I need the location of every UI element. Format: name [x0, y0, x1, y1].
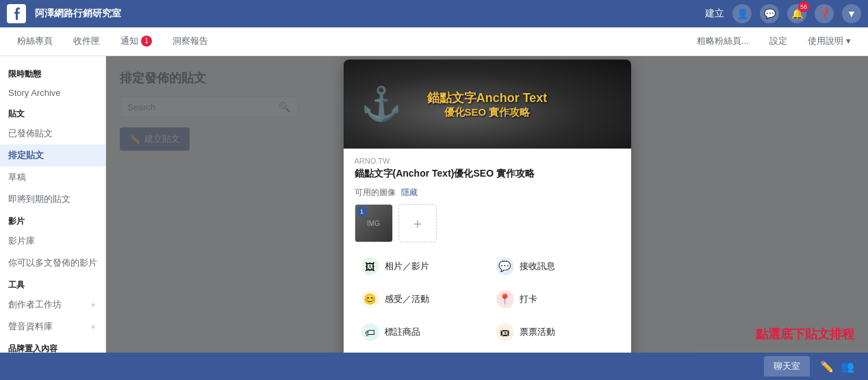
sidebar-item-sound-library[interactable]: 聲音資料庫 ＋ — [0, 316, 105, 338]
sidebar-item-drafts[interactable]: 草稿 — [0, 166, 105, 188]
modal-source: ARNO.TW — [355, 157, 620, 165]
modal-post-title: 錨點文字(Anchor Text)優化SEO 實作攻略 — [355, 168, 620, 180]
sidebar-item-video-library[interactable]: 影片庫 — [0, 230, 105, 252]
help-icon[interactable]: ❓ — [815, 4, 834, 23]
image-badge: 1 — [357, 206, 368, 217]
sidebar-item-published[interactable]: 已發佈貼文 — [0, 123, 105, 144]
hide-images-link[interactable]: 隱藏 — [401, 187, 418, 199]
bottom-icons: ✏️ 👥 — [820, 360, 854, 373]
action-tag-product[interactable]: 🏷 標註商品 — [355, 318, 485, 346]
action-receive-message[interactable]: 💬 接收訊息 — [489, 252, 620, 281]
sidebar-section-tools: 工具 — [0, 274, 105, 294]
tab-inbox[interactable]: 收件匣 — [70, 28, 103, 55]
nav-icons-group: 建立 👤 💬 🔔 56 ❓ ▼ — [705, 4, 861, 23]
compose-icon[interactable]: ✏️ — [820, 360, 834, 373]
images-label-row: 可用的圖像 隱藏 — [355, 187, 620, 199]
tab-insights[interactable]: 洞察報告 — [169, 28, 212, 55]
sidebar-item-multipost[interactable]: 你可以多文發佈的影片 — [0, 252, 105, 274]
tab-settings[interactable]: 設定 — [766, 28, 791, 55]
tab-fanspage[interactable]: 粉絲專頁 — [14, 28, 56, 55]
hero-background: 錨點文字Anchor Text 優化SEO 實作攻略 ⚓ — [344, 60, 631, 149]
page-name: 阿澤網路行銷研究室 — [31, 8, 705, 20]
ticket-icon: 🎟 — [496, 323, 514, 341]
notification-badge: 56 — [798, 1, 809, 12]
modal-body: ARNO.TW 錨點文字(Anchor Text)優化SEO 實作攻略 可用的圖… — [344, 149, 631, 380]
content-area: 排定發佈的貼文 🔍 ✏️ 建立貼文 錨點文字Anchor Text — [106, 56, 868, 380]
facebook-logo — [7, 4, 26, 23]
establish-label[interactable]: 建立 — [705, 8, 724, 20]
sidebar-section-posts: 貼文 — [0, 103, 105, 123]
sidebar-item-creator-studio[interactable]: 創作者工作坊 ＋ — [0, 294, 105, 316]
hero-title-cn: 錨點文字Anchor Text — [427, 90, 548, 106]
action-checkin[interactable]: 📍 打卡 — [489, 285, 620, 314]
action-ticket[interactable]: 🎟 票票活動 — [489, 318, 620, 346]
images-row: IMG 1 ＋ — [355, 204, 620, 242]
action-photo-video[interactable]: 🖼 相片／影片 — [355, 252, 485, 281]
notifications-icon[interactable]: 🔔 56 — [787, 4, 806, 23]
sidebar: 限時動態 Story Archive 貼文 已發佈貼文 排定貼文 草稿 即將到期… — [0, 56, 106, 380]
post-modal: 錨點文字Anchor Text 優化SEO 實作攻略 ⚓ ARNO.TW 錨點文… — [344, 60, 631, 380]
expand-icon-2: ＋ — [89, 321, 97, 333]
image-thumbnail-1[interactable]: IMG 1 — [355, 204, 393, 242]
sidebar-item-story-archive[interactable]: Story Archive — [0, 83, 105, 103]
friends-icon[interactable]: 👤 — [732, 4, 752, 23]
hero-title-subtitle: 優化SEO 實作攻略 — [427, 106, 548, 119]
tab-notifications[interactable]: 通知 1 — [117, 28, 155, 55]
chat-button[interactable]: 聊天室 — [764, 356, 810, 377]
page-tab-bar: 粉絲專頁 收件匣 通知 1 洞察報告 粗略粉絲頁... 設定 使用說明 ▾ — [0, 27, 868, 56]
bottom-bar: 聊天室 ✏️ 👥 — [0, 353, 868, 380]
tab-boost[interactable]: 粗略粉絲頁... — [693, 28, 752, 55]
tab-help[interactable]: 使用說明 ▾ — [804, 28, 854, 55]
modal-hero-image: 錨點文字Anchor Text 優化SEO 實作攻略 ⚓ — [344, 60, 631, 149]
notification-tab-badge: 1 — [141, 36, 152, 47]
sidebar-item-scheduled[interactable]: 排定貼文 — [0, 144, 105, 166]
photo-video-icon: 🖼 — [361, 257, 379, 275]
add-image-button[interactable]: ＋ — [398, 204, 437, 242]
main-layout: 限時動態 Story Archive 貼文 已發佈貼文 排定貼文 草稿 即將到期… — [0, 56, 868, 380]
checkin-icon: 📍 — [496, 290, 514, 308]
account-menu-icon[interactable]: ▼ — [842, 4, 861, 23]
feeling-icon: 😊 — [361, 290, 379, 308]
message-icon: 💬 — [496, 257, 514, 275]
action-feeling[interactable]: 😊 感受／活動 — [355, 285, 485, 314]
messenger-icon[interactable]: 💬 — [760, 4, 779, 23]
sidebar-item-expiring[interactable]: 即將到期的貼文 — [0, 188, 105, 210]
sidebar-section-videos: 影片 — [0, 210, 105, 230]
top-navigation: 阿澤網路行銷研究室 建立 👤 💬 🔔 56 ❓ ▼ — [0, 0, 868, 27]
sidebar-section-stories: 限時動態 — [0, 63, 105, 83]
annotation-text: 點選底下貼文排程 — [756, 326, 854, 342]
modal-overlay: 錨點文字Anchor Text 優化SEO 實作攻略 ⚓ ARNO.TW 錨點文… — [106, 56, 868, 380]
expand-icon: ＋ — [89, 299, 97, 311]
people-icon[interactable]: 👥 — [841, 360, 854, 373]
anchor-icon: ⚓ — [361, 85, 402, 123]
tag-product-icon: 🏷 — [361, 323, 379, 341]
